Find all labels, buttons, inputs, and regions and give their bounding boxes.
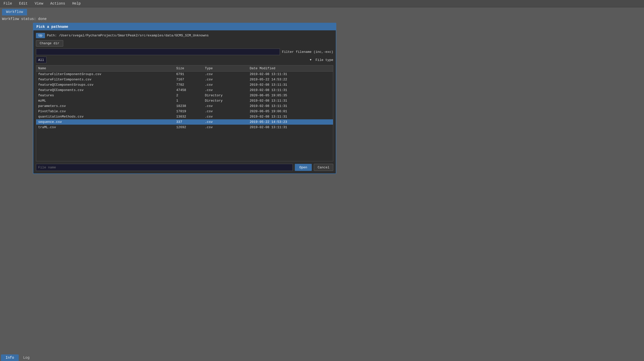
filename-input[interactable] — [36, 164, 293, 171]
workflow-status: Workflow status: done — [0, 15, 644, 22]
table-row[interactable]: features2Directory2020-06-05 19:05:35 — [36, 93, 333, 98]
cell-name: features — [36, 93, 174, 98]
cell-name: traML.csv — [36, 125, 174, 130]
filetype-select-wrapper: All — [36, 57, 314, 63]
table-row[interactable]: featureFilterComponentGroups.csv6791.csv… — [36, 72, 333, 77]
open-button[interactable]: Open — [295, 164, 312, 171]
table-row[interactable]: featureQCComponents.csv47458.csv2019-02-… — [36, 87, 333, 93]
cell-size: 47458 — [174, 87, 203, 93]
cell-name: sequence.csv — [36, 119, 174, 125]
menu-view[interactable]: View — [31, 1, 47, 7]
filter-row: Filter filename (inc,-exc) — [36, 49, 333, 55]
menu-edit[interactable]: Edit — [16, 1, 31, 7]
tab-log[interactable]: Log — [19, 354, 34, 361]
cell-name: featureFilterComponentGroups.csv — [36, 72, 174, 77]
cell-type: .csv — [203, 87, 248, 93]
cell-type: .csv — [203, 103, 248, 109]
dialog-title: Pick a pathname — [33, 23, 336, 30]
table-row[interactable]: featureQCComponentGroups.csv7702.csv2019… — [36, 82, 333, 87]
cell-date: 2019-02-08 13:11:31 — [248, 103, 333, 109]
cell-name: mzML — [36, 98, 174, 103]
cell-type: .csv — [203, 82, 248, 87]
file-list-container: Name Size Type Date Modified featureFilt… — [36, 65, 333, 161]
table-row[interactable]: mzML1Directory2019-02-08 13:11:31 — [36, 98, 333, 103]
cell-size: 2 — [174, 93, 203, 98]
cell-size: 17019 — [174, 109, 203, 114]
cell-type: .csv — [203, 77, 248, 82]
file-picker-dialog: Pick a pathname Up Path: /Users/svegal/P… — [33, 23, 336, 174]
workflow-tab[interactable]: Workflow — [2, 9, 27, 15]
cell-name: quantitationMethods.csv — [36, 114, 174, 119]
cell-date: 2019-02-08 13:11:31 — [248, 98, 333, 103]
filetype-label: File type — [316, 58, 333, 62]
cell-date: 2019-02-08 13:11:31 — [248, 114, 333, 119]
change-dir-button[interactable]: Change dir — [36, 40, 63, 47]
cell-date: 2020-06-05 19:05:35 — [248, 93, 333, 98]
table-row[interactable]: sequence.csv337.csv2019-05-22 14:53:23 — [36, 119, 333, 125]
table-row[interactable]: parameters.csv18238.csv2019-02-08 13:11:… — [36, 103, 333, 109]
cell-type: .csv — [203, 109, 248, 114]
cell-name: featureQCComponents.csv — [36, 87, 174, 93]
cell-size: 337 — [174, 119, 203, 125]
table-row[interactable]: featureFilterComponents.csv7167.csv2019-… — [36, 77, 333, 82]
file-table: Name Size Type Date Modified featureFilt… — [36, 65, 333, 130]
cell-size: 13032 — [174, 114, 203, 119]
table-row[interactable]: traML.csv12692.csv2019-02-08 13:11:31 — [36, 125, 333, 130]
cell-size: 6791 — [174, 72, 203, 77]
menu-help[interactable]: Help — [69, 1, 84, 7]
cell-size: 7167 — [174, 77, 203, 82]
cell-size: 12692 — [174, 125, 203, 130]
col-size: Size — [174, 65, 203, 72]
cell-size: 7702 — [174, 82, 203, 87]
table-header-row: Name Size Type Date Modified — [36, 65, 333, 72]
cell-size: 18238 — [174, 103, 203, 109]
menu-actions[interactable]: Actions — [47, 1, 69, 7]
cell-date: 2020-06-05 19:06:01 — [248, 109, 333, 114]
cell-date: 2019-05-22 14:53:22 — [248, 77, 333, 82]
cell-name: featureQCComponentGroups.csv — [36, 82, 174, 87]
cell-name: featureFilterComponents.csv — [36, 77, 174, 82]
filename-row: Open Cancel — [36, 164, 333, 171]
table-row[interactable]: quantitationMethods.csv13032.csv2019-02-… — [36, 114, 333, 119]
cell-type: Directory — [203, 98, 248, 103]
cell-type: .csv — [203, 125, 248, 130]
menubar: File Edit View Actions Help — [0, 0, 644, 7]
cell-type: .csv — [203, 114, 248, 119]
change-dir-row: Change dir — [36, 40, 333, 49]
cell-type: .csv — [203, 119, 248, 125]
col-date: Date Modified — [248, 65, 333, 72]
workflow-tab-area: Workflow — [0, 7, 644, 15]
cell-name: PivotTable.csv — [36, 109, 174, 114]
table-row[interactable]: PivotTable.csv17019.csv2020-06-05 19:06:… — [36, 109, 333, 114]
cell-date: 2019-02-08 13:11:31 — [248, 87, 333, 93]
cell-date: 2019-02-08 13:11:31 — [248, 125, 333, 130]
cell-date: 2019-05-22 14:53:23 — [248, 119, 333, 125]
path-label: Path: /Users/svegal/PycharmProjects/Smar… — [47, 34, 333, 37]
tab-info[interactable]: Info — [1, 354, 19, 361]
cell-date: 2019-02-08 13:11:31 — [248, 72, 333, 77]
menu-file[interactable]: File — [0, 1, 16, 7]
cell-date: 2019-02-08 13:11:31 — [248, 82, 333, 87]
cell-name: parameters.csv — [36, 103, 174, 109]
bottom-tabs: Info Log — [0, 353, 34, 361]
col-type: Type — [203, 65, 248, 72]
up-button[interactable]: Up — [36, 33, 45, 38]
path-row: Up Path: /Users/svegal/PycharmProjects/S… — [36, 33, 333, 38]
cancel-button[interactable]: Cancel — [314, 164, 333, 171]
filter-input[interactable] — [36, 49, 280, 55]
filter-label: Filter filename (inc,-exc) — [282, 50, 333, 54]
cell-size: 1 — [174, 98, 203, 103]
cell-type: Directory — [203, 93, 248, 98]
filetype-row: All File type — [36, 57, 333, 63]
col-name: Name — [36, 65, 174, 72]
cell-type: .csv — [203, 72, 248, 77]
filetype-select[interactable]: All — [36, 57, 47, 63]
